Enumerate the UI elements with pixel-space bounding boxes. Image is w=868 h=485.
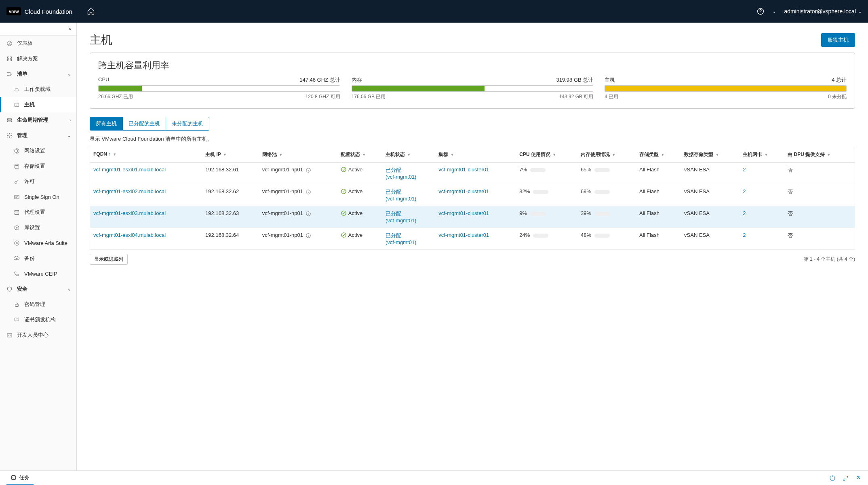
col-storage[interactable]: 存储类型 ▼ bbox=[636, 147, 681, 162]
col-config[interactable]: 配置状态 ▼ bbox=[337, 147, 382, 162]
cell-cluster: vcf-mgmt01-cluster01 bbox=[435, 206, 516, 228]
inventory-icon bbox=[6, 70, 13, 78]
col-pool[interactable]: 网络池 ▼ bbox=[259, 147, 337, 162]
col-dpu[interactable]: 由 DPU 提供支持 ▼ bbox=[784, 147, 855, 162]
filter-icon[interactable]: ▼ bbox=[661, 153, 664, 157]
gear-icon bbox=[6, 132, 13, 139]
nav-sso[interactable]: Single Sign On bbox=[0, 189, 76, 205]
bottom-help-icon[interactable] bbox=[829, 475, 836, 481]
commission-host-button[interactable]: 服役主机 bbox=[821, 33, 855, 47]
state-link[interactable]: 已分配(vcf-mgmt01) bbox=[386, 211, 417, 224]
nav-solutions[interactable]: 解决方案 bbox=[0, 51, 76, 66]
table-row[interactable]: vcf-mgmt01-esxi04.mulab.local 192.168.32… bbox=[90, 228, 855, 250]
table-row[interactable]: vcf-mgmt01-esxi02.mulab.local 192.168.32… bbox=[90, 184, 855, 206]
nav-hosts[interactable]: 主机 bbox=[0, 97, 76, 112]
show-hide-columns-button[interactable]: 显示或隐藏列 bbox=[90, 254, 128, 265]
filter-icon[interactable]: ▼ bbox=[612, 153, 615, 157]
nav-security[interactable]: 安全 ⌄ bbox=[0, 281, 76, 297]
cell-state: 已分配(vcf-mgmt01) bbox=[382, 228, 435, 250]
nav-dashboard[interactable]: 仪表板 bbox=[0, 36, 76, 51]
tab-all-hosts[interactable]: 所有主机 bbox=[90, 117, 123, 131]
nav-network[interactable]: 网络设置 bbox=[0, 143, 76, 158]
col-datastorage[interactable]: 数据存储类型 ▼ bbox=[681, 147, 739, 162]
state-link[interactable]: 已分配(vcf-mgmt01) bbox=[386, 232, 417, 245]
col-ip[interactable]: 主机 IP ▼ bbox=[202, 147, 259, 162]
cell-config: Active bbox=[337, 184, 382, 206]
table-row[interactable]: vcf-mgmt01-esxi03.mulab.local 192.168.32… bbox=[90, 206, 855, 228]
nav-password[interactable]: 密码管理 bbox=[0, 297, 76, 312]
nic-link[interactable]: 2 bbox=[743, 210, 746, 216]
cell-storage: All Flash bbox=[636, 162, 681, 184]
filter-icon[interactable]: ▼ bbox=[279, 153, 282, 157]
help-dropdown-icon[interactable]: ⌄ bbox=[773, 9, 776, 14]
state-link[interactable]: 已分配(vcf-mgmt01) bbox=[386, 189, 417, 202]
cluster-link[interactable]: vcf-mgmt01-cluster01 bbox=[438, 210, 489, 216]
col-memory[interactable]: 内存使用情况 ▼ bbox=[577, 147, 636, 162]
state-link[interactable]: 已分配(vcf-mgmt01) bbox=[386, 167, 417, 180]
sort-asc-icon[interactable]: ↑ bbox=[108, 152, 111, 156]
nav-workload-domains[interactable]: 工作负载域 bbox=[0, 82, 76, 97]
col-cpu[interactable]: CPU 使用情况 ▼ bbox=[516, 147, 577, 162]
nav-administration[interactable]: 管理 ⌄ bbox=[0, 128, 76, 143]
cluster-link[interactable]: vcf-mgmt01-cluster01 bbox=[438, 232, 489, 238]
filter-icon[interactable]: ▼ bbox=[451, 153, 454, 157]
fqdn-link[interactable]: vcf-mgmt01-esxi01.mulab.local bbox=[93, 167, 166, 173]
nav-certificate[interactable]: 证书颁发机构 bbox=[0, 312, 76, 327]
nav-backup[interactable]: 备份 bbox=[0, 251, 76, 266]
nic-link[interactable]: 2 bbox=[743, 232, 746, 238]
filter-icon[interactable]: ▼ bbox=[113, 152, 116, 156]
nic-link[interactable]: 2 bbox=[743, 188, 746, 194]
user-menu[interactable]: administrator@vsphere.local ⌄ bbox=[784, 8, 862, 15]
filter-icon[interactable]: ▼ bbox=[715, 153, 719, 157]
chevron-down-icon: ⌄ bbox=[858, 9, 862, 14]
sidebar-collapse-button[interactable]: « bbox=[0, 23, 76, 36]
cluster-link[interactable]: vcf-mgmt01-cluster01 bbox=[438, 188, 489, 194]
cell-cpu: 24% bbox=[516, 228, 577, 250]
nav-ceip[interactable]: VMware CEIP bbox=[0, 266, 76, 281]
cell-cluster: vcf-mgmt01-cluster01 bbox=[435, 162, 516, 184]
nav-licensing[interactable]: 许可 bbox=[0, 174, 76, 189]
nav-label: 生命周期管理 bbox=[17, 116, 48, 124]
info-icon[interactable] bbox=[305, 233, 311, 238]
nav-repository[interactable]: 库设置 bbox=[0, 220, 76, 235]
cell-cluster: vcf-mgmt01-cluster01 bbox=[435, 184, 516, 206]
filter-icon[interactable]: ▼ bbox=[765, 153, 768, 157]
filter-icon[interactable]: ▼ bbox=[552, 153, 556, 157]
cluster-link[interactable]: vcf-mgmt01-cluster01 bbox=[438, 167, 489, 173]
filter-icon[interactable]: ▼ bbox=[407, 153, 411, 157]
filter-icon[interactable]: ▼ bbox=[362, 153, 366, 157]
col-fqdn[interactable]: FQDN ↑ ▼ bbox=[90, 147, 202, 162]
col-cluster[interactable]: 集群 ▼ bbox=[435, 147, 516, 162]
nav-lifecycle[interactable]: 生命周期管理 › bbox=[0, 112, 76, 128]
filter-icon[interactable]: ▼ bbox=[223, 153, 227, 157]
collapse-up-icon[interactable] bbox=[855, 475, 862, 481]
tasks-tab[interactable]: 任务 bbox=[6, 472, 34, 485]
tasks-icon bbox=[11, 474, 17, 481]
nav-aria[interactable]: VMware Aria Suite bbox=[0, 235, 76, 251]
nic-link[interactable]: 2 bbox=[743, 167, 746, 173]
nav-proxy[interactable]: 代理设置 bbox=[0, 205, 76, 220]
fqdn-link[interactable]: vcf-mgmt01-esxi04.mulab.local bbox=[93, 232, 166, 238]
table-row[interactable]: vcf-mgmt01-esxi01.mulab.local 192.168.32… bbox=[90, 162, 855, 184]
filter-icon[interactable]: ▼ bbox=[827, 153, 831, 157]
help-icon[interactable] bbox=[756, 7, 765, 15]
svg-point-7 bbox=[7, 75, 8, 76]
col-nic[interactable]: 主机网卡 ▼ bbox=[739, 147, 784, 162]
svg-point-14 bbox=[15, 164, 19, 165]
info-icon[interactable] bbox=[305, 211, 311, 217]
info-icon[interactable] bbox=[305, 189, 311, 195]
col-host-state[interactable]: 主机状态 ▼ bbox=[382, 147, 435, 162]
svg-point-31 bbox=[341, 233, 346, 237]
fqdn-link[interactable]: vcf-mgmt01-esxi02.mulab.local bbox=[93, 188, 166, 194]
nav-inventory[interactable]: 清单 ⌄ bbox=[0, 66, 76, 82]
tab-unassigned-hosts[interactable]: 未分配的主机 bbox=[166, 117, 209, 131]
nav-dev-center[interactable]: 开发人员中心 bbox=[0, 327, 76, 343]
info-icon[interactable] bbox=[305, 167, 311, 173]
capacity-cpu-fill bbox=[99, 86, 142, 91]
fqdn-link[interactable]: vcf-mgmt01-esxi03.mulab.local bbox=[93, 210, 166, 216]
home-icon[interactable] bbox=[87, 7, 95, 15]
host-icon bbox=[13, 101, 20, 108]
tab-assigned-hosts[interactable]: 已分配的主机 bbox=[123, 117, 166, 131]
expand-icon[interactable] bbox=[842, 475, 849, 481]
nav-storage[interactable]: 存储设置 bbox=[0, 158, 76, 174]
